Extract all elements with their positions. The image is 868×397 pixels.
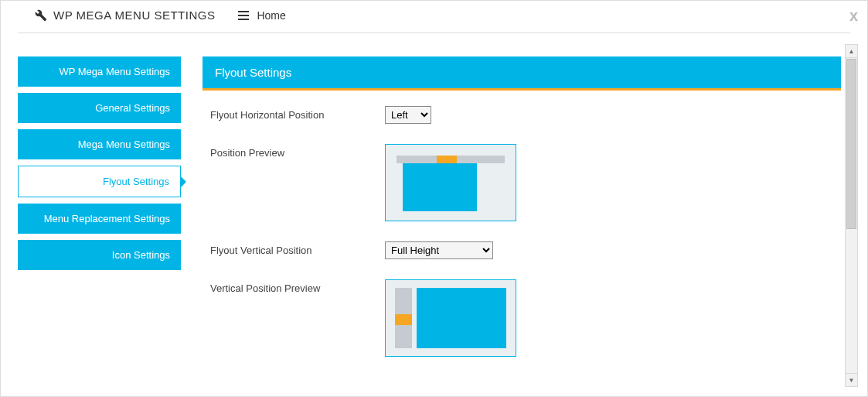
scrollbar-down-icon[interactable]: ▼ [846,373,857,386]
sidebar-item-label: General Settings [95,102,170,114]
close-icon[interactable]: x [849,7,858,25]
row-flyout-horizontal: Flyout Horizontal Position Left [210,106,833,124]
row-flyout-vertical: Flyout Vertical Position Full Height [210,241,833,259]
label-flyout-vertical: Flyout Vertical Position [210,241,385,256]
sidebar-item-label: Flyout Settings [103,176,169,187]
sidebar-item-flyout-settings[interactable]: Flyout Settings [18,166,181,197]
sidebar-item-icon-settings[interactable]: Icon Settings [18,240,181,270]
row-vertical-position-preview: Vertical Position Preview [210,279,833,357]
page-title-text: WP MEGA MENU SETTINGS [53,9,215,22]
sidebar-item-menu-replacement-settings[interactable]: Menu Replacement Settings [18,204,181,234]
panel-body: Flyout Horizontal Position Left Position… [203,91,841,387]
preview-flyout-panel [403,163,477,211]
sidebar-item-label: Icon Settings [112,249,170,261]
sidebar-item-wp-mega-menu-settings[interactable]: WP Mega Menu Settings [18,56,181,87]
vertical-position-preview [385,279,516,357]
preview-active-item [437,156,457,163]
label-position-preview: Position Preview [210,144,385,159]
header-bar: WP MEGA MENU SETTINGS Home [18,1,850,33]
wrench-icon [35,9,47,22]
sidebar-item-mega-menu-settings[interactable]: Mega Menu Settings [18,129,181,159]
sidebar-item-general-settings[interactable]: General Settings [18,93,181,123]
sidebar-item-label: Menu Replacement Settings [44,213,170,224]
select-flyout-vertical[interactable]: Full Height [385,241,493,259]
sidebar-item-label: Mega Menu Settings [78,139,170,150]
label-flyout-horizontal: Flyout Horizontal Position [210,106,385,121]
label-vertical-position-preview: Vertical Position Preview [210,279,385,294]
main-panel: Flyout Settings Flyout Horizontal Positi… [203,56,841,387]
scrollbar[interactable]: ▲ ▼ [845,44,858,387]
content-area: WP Mega Menu Settings General Settings M… [1,44,841,387]
scrollbar-thumb[interactable] [846,59,856,229]
home-link[interactable]: Home [238,9,285,22]
sidebar: WP Mega Menu Settings General Settings M… [18,56,181,387]
panel-title: Flyout Settings [203,56,841,91]
hamburger-icon [238,11,249,20]
preview-side-active-item [395,314,412,325]
page-title: WP MEGA MENU SETTINGS [35,9,215,22]
preview-side-flyout-panel [417,288,506,348]
row-position-preview: Position Preview [210,144,833,221]
home-label: Home [257,9,285,22]
horizontal-position-preview [385,144,516,221]
select-flyout-horizontal[interactable]: Left [385,106,431,124]
scrollbar-up-icon[interactable]: ▲ [846,45,857,58]
sidebar-item-label: WP Mega Menu Settings [59,66,170,77]
